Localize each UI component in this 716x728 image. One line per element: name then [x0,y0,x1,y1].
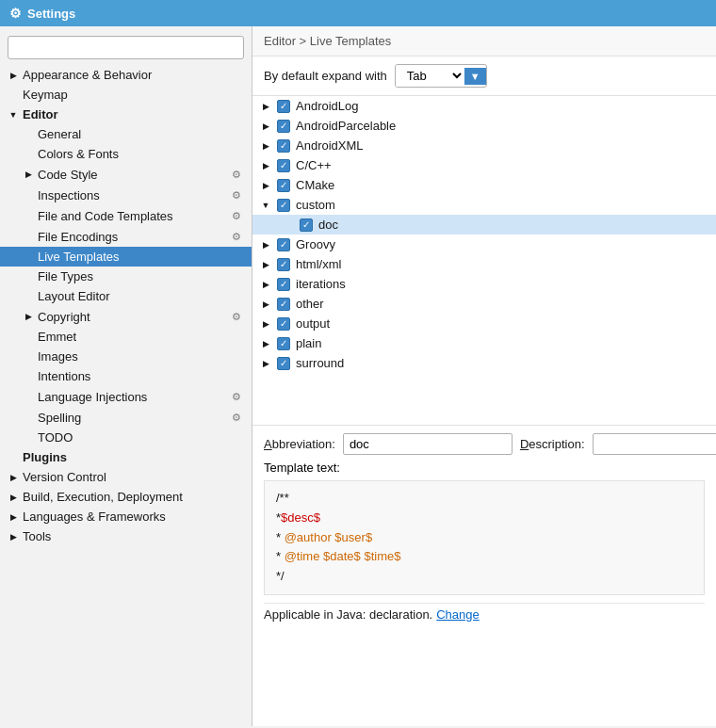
sidebar-item-file-encodings[interactable]: File Encodings ⚙ [0,226,252,247]
checkbox-htmlxml[interactable] [277,258,290,271]
expand-select[interactable]: Tab Enter Space [396,65,464,87]
change-link[interactable]: Change [436,607,480,622]
expand-arrow [8,531,19,542]
template-group-other[interactable]: other [252,294,716,314]
sidebar-item-languages-frameworks[interactable]: Languages & Frameworks [0,507,252,526]
checkbox-cmake[interactable] [277,179,290,192]
sidebar-item-layout-editor[interactable]: Layout Editor [0,286,252,306]
group-label: html/xml [296,257,341,271]
template-group-androidparcelable[interactable]: AndroidParcelable [252,116,716,136]
abbreviation-input[interactable] [343,433,513,455]
template-group-iterations[interactable]: iterations [252,274,716,294]
sidebar-item-emmet[interactable]: Emmet [0,327,252,347]
checkbox-custom[interactable] [277,199,290,212]
sidebar-item-version-control[interactable]: Version Control [0,467,252,487]
sidebar-item-code-style[interactable]: Code Style ⚙ [0,164,252,185]
sidebar-item-file-types[interactable]: File Types [0,267,252,286]
sidebar-item-intentions[interactable]: Intentions [0,366,252,386]
sidebar-item-general[interactable]: General [0,124,252,144]
expand-arrow [260,299,271,310]
expand-placeholder [23,351,34,363]
checkbox-androidparcelable[interactable] [277,120,290,133]
nav-icons: ⚙ [229,208,244,223]
checkbox-androidxml[interactable] [277,139,290,153]
checkbox-groovy[interactable] [277,238,290,251]
code-line-2: *$desc$ [276,509,692,528]
sidebar-item-colors-fonts[interactable]: Colors & Fonts [0,144,252,164]
expand-arrow [260,239,271,251]
sidebar-item-build-execution[interactable]: Build, Execution, Deployment [0,487,252,507]
checkbox-androidlog[interactable] [277,100,290,113]
description-input[interactable] [593,433,716,455]
expand-select-arrow[interactable]: ▼ [464,68,486,85]
template-group-htmlxml[interactable]: html/xml [252,254,716,274]
template-group-cmake[interactable]: CMake [252,175,716,195]
sidebar-item-keymap[interactable]: Keymap [0,85,252,105]
expand-arrow [8,511,19,523]
sidebar-item-copyright[interactable]: Copyright ⚙ [0,306,252,327]
sidebar-item-label: Intentions [38,369,90,383]
expand-arrow [260,101,271,112]
expand-arrow [260,279,271,290]
sidebar-item-live-templates[interactable]: Live Templates [0,247,252,267]
template-group-groovy[interactable]: Groovy [252,235,716,254]
checkbox-iterations[interactable] [277,278,290,291]
template-item-doc[interactable]: doc [252,215,716,235]
checkbox-plain[interactable] [277,337,290,350]
checkbox-output[interactable] [277,317,290,331]
template-group-surround[interactable]: surround [252,353,716,373]
template-list: AndroidLog AndroidParcelable AndroidXML … [252,96,716,426]
expand-placeholder [23,271,34,283]
expand-arrow [8,492,19,503]
content-area: Editor > Live Templates By default expan… [252,26,716,726]
sidebar-item-editor[interactable]: Editor [0,105,252,124]
sidebar-item-images[interactable]: Images [0,347,252,366]
group-label: other [296,297,324,311]
nav-icons: ⚙ [229,389,244,404]
sidebar-item-appearance[interactable]: Appearance & Behavior [0,65,252,85]
expand-arrow [23,169,34,180]
sidebar-item-label: Live Templates [38,250,119,264]
template-text-label: Template text: [264,461,705,475]
template-group-plain[interactable]: plain [252,333,716,353]
sidebar-item-language-injections[interactable]: Language Injections ⚙ [0,386,252,407]
expand-arrow [8,472,19,483]
sidebar-item-inspections[interactable]: Inspections ⚙ [0,185,252,205]
template-group-androidxml[interactable]: AndroidXML [252,136,716,155]
expand-arrow [23,311,34,322]
template-group-custom[interactable]: custom [252,195,716,215]
expand-placeholder [23,371,34,382]
applicable-row: Applicable in Java: declaration. Change [264,603,705,623]
sidebar-item-plugins[interactable]: Plugins [0,447,252,467]
sidebar-item-label: General [38,127,81,141]
checkbox-doc[interactable] [300,218,313,232]
template-group-androidlog[interactable]: AndroidLog [252,96,716,116]
expand-select-container: Tab Enter Space ▼ [395,64,487,88]
template-code[interactable]: /** *$desc$ * @author $user$ * @time $da… [264,480,705,595]
checkbox-other[interactable] [277,298,290,311]
expand-placeholder [8,89,19,101]
title-text: Settings [27,7,75,21]
title-bar: ⚙ Settings [0,0,716,26]
expand-label: By default expand with [264,69,387,83]
sidebar-item-spelling[interactable]: Spelling ⚙ [0,407,252,428]
sidebar-item-label: File Encodings [38,230,118,244]
checkbox-cpp[interactable] [277,159,290,172]
search-input[interactable] [8,36,244,59]
main-container: Appearance & Behavior Keymap Editor Gene… [0,26,716,726]
sidebar-item-todo[interactable]: TODO [0,428,252,447]
template-group-output[interactable]: output [252,314,716,333]
sidebar-item-label: Tools [23,529,51,543]
expand-placeholder [23,189,34,201]
sidebar-item-label: Images [38,349,78,364]
sidebar-item-label: File and Code Templates [38,209,173,223]
nav-icons: ⚙ [229,187,244,202]
sidebar-item-file-code-templates[interactable]: File and Code Templates ⚙ [0,205,252,226]
sidebar-item-tools[interactable]: Tools [0,526,252,546]
group-label: AndroidXML [296,138,364,153]
nav-icons: ⚙ [229,229,244,244]
expand-placeholder [23,129,34,140]
expand-placeholder [23,210,34,221]
template-group-cpp[interactable]: C/C++ [252,155,716,175]
checkbox-surround[interactable] [277,357,290,370]
